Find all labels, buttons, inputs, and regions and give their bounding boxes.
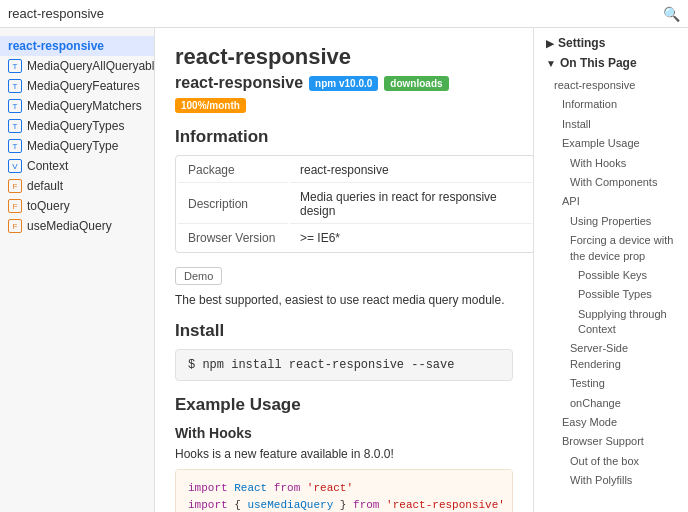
sidebar-item-icon-toQuery: F <box>8 199 22 213</box>
sidebar-item-icon-MediaQueryType: T <box>8 139 22 153</box>
table-row: Browser Version>= IE6* <box>178 226 532 250</box>
with-hooks-heading: With Hooks <box>175 425 513 441</box>
sidebar-item-label-MediaQueryType: MediaQueryType <box>27 139 118 153</box>
toc-item-install[interactable]: Install <box>546 115 676 134</box>
toc-item-example-usage[interactable]: Example Usage <box>546 134 676 153</box>
sidebar-item-icon-MediaQueryAllQueryable: T <box>8 59 22 73</box>
sidebar-item-label-MediaQueryFeatures: MediaQueryFeatures <box>27 79 140 93</box>
sidebar-item-label-toQuery: toQuery <box>27 199 70 213</box>
sidebar-item-react-responsive[interactable]: react-responsive <box>0 36 154 56</box>
code-block: import React from 'react'import { useMed… <box>175 469 513 512</box>
topbar: react-responsive 🔍 <box>0 0 688 28</box>
sidebar-item-default[interactable]: Fdefault <box>0 176 154 196</box>
title-badge-text: react-responsive <box>175 74 303 92</box>
table-cell-key: Browser Version <box>178 226 288 250</box>
sidebar-item-label-MediaQueryAllQueryable: MediaQueryAllQueryable <box>27 59 155 73</box>
toc-item-browser-support[interactable]: Browser Support <box>546 432 676 451</box>
sidebar-item-icon-Context: V <box>8 159 22 173</box>
sidebar-item-label-react-responsive: react-responsive <box>8 39 104 53</box>
sidebar-item-label-Context: Context <box>27 159 68 173</box>
sidebar-item-icon-MediaQueryFeatures: T <box>8 79 22 93</box>
sidebar-item-useMediaQuery[interactable]: FuseMediaQuery <box>0 216 154 236</box>
toc-item-supplying-through-context[interactable]: Supplying through Context <box>546 305 676 340</box>
page-title: react-responsive <box>175 44 513 70</box>
toc-list: react-responsiveInformationInstallExampl… <box>546 76 676 491</box>
badge-100%/month: 100%/month <box>175 98 246 113</box>
toc-item-forcing-a-device-with-the-device-prop[interactable]: Forcing a device with the device prop <box>546 231 676 266</box>
sidebar-item-label-default: default <box>27 179 63 193</box>
info-heading: Information <box>175 127 513 147</box>
toc-item-onchange[interactable]: onChange <box>546 394 676 413</box>
sidebar-item-MediaQueryFeatures[interactable]: TMediaQueryFeatures <box>0 76 154 96</box>
sidebar-item-MediaQueryTypes[interactable]: TMediaQueryTypes <box>0 116 154 136</box>
sidebar-item-MediaQueryAllQueryable[interactable]: TMediaQueryAllQueryable <box>0 56 154 76</box>
toc-item-easy-mode[interactable]: Easy Mode <box>546 413 676 432</box>
toc-item-with-hooks[interactable]: With Hooks <box>546 154 676 173</box>
settings-label: Settings <box>558 36 605 50</box>
sidebar-item-toQuery[interactable]: FtoQuery <box>0 196 154 216</box>
toc-item-api[interactable]: API <box>546 192 676 211</box>
toc-item-testing[interactable]: Testing <box>546 374 676 393</box>
settings-header[interactable]: ▶ Settings <box>546 36 676 50</box>
topbar-title: react-responsive <box>8 6 104 21</box>
on-this-page-header[interactable]: ▼ On This Page <box>546 56 676 70</box>
toc-item-information[interactable]: Information <box>546 95 676 114</box>
table-cell-value: react-responsive <box>290 158 532 183</box>
on-this-page-label: On This Page <box>560 56 637 70</box>
on-this-page-chevron-icon: ▼ <box>546 58 556 69</box>
sidebar-item-icon-MediaQueryMatchers: T <box>8 99 22 113</box>
demo-button[interactable]: Demo <box>175 267 222 285</box>
search-icon[interactable]: 🔍 <box>663 6 680 22</box>
info-table: Packagereact-responsiveDescriptionMedia … <box>175 155 533 253</box>
table-cell-key: Package <box>178 158 288 183</box>
sidebar-item-MediaQueryType[interactable]: TMediaQueryType <box>0 136 154 156</box>
table-cell-value: >= IE6* <box>290 226 532 250</box>
sidebar-item-label-MediaQueryMatchers: MediaQueryMatchers <box>27 99 142 113</box>
toc-item-with-polyfills[interactable]: With Polyfills <box>546 471 676 490</box>
best-supported-text: The best supported, easiest to use react… <box>175 293 513 307</box>
sidebar-item-icon-MediaQueryTypes: T <box>8 119 22 133</box>
hooks-description: Hooks is a new feature available in 8.0.… <box>175 447 513 461</box>
right-panel: ▶ Settings ▼ On This Page react-responsi… <box>533 28 688 512</box>
badge-npm-v10.0.0: npm v10.0.0 <box>309 76 378 91</box>
toc-item-possible-keys[interactable]: Possible Keys <box>546 266 676 285</box>
table-row: Packagereact-responsive <box>178 158 532 183</box>
example-usage-heading: Example Usage <box>175 395 513 415</box>
badge-downloads: downloads <box>384 76 448 91</box>
sidebar-item-icon-useMediaQuery: F <box>8 219 22 233</box>
toc-item-react-responsive[interactable]: react-responsive <box>546 76 676 95</box>
table-cell-key: Description <box>178 185 288 224</box>
sidebar-item-MediaQueryMatchers[interactable]: TMediaQueryMatchers <box>0 96 154 116</box>
main-content: react-responsive react-responsive npm v1… <box>155 28 533 512</box>
settings-chevron-icon: ▶ <box>546 38 554 49</box>
toc-item-server-side-rendering[interactable]: Server-Side Rendering <box>546 339 676 374</box>
toc-item-using-properties[interactable]: Using Properties <box>546 212 676 231</box>
sidebar: react-responsiveTMediaQueryAllQueryableT… <box>0 28 155 512</box>
title-badges-row: react-responsive npm v10.0.0downloads100… <box>175 74 513 113</box>
install-command: $ npm install react-responsive --save <box>175 349 513 381</box>
sidebar-item-label-MediaQueryTypes: MediaQueryTypes <box>27 119 124 133</box>
table-row: DescriptionMedia queries in react for re… <box>178 185 532 224</box>
table-cell-value: Media queries in react for responsive de… <box>290 185 532 224</box>
sidebar-item-icon-default: F <box>8 179 22 193</box>
sidebar-item-Context[interactable]: VContext <box>0 156 154 176</box>
toc-item-with-components[interactable]: With Components <box>546 173 676 192</box>
install-heading: Install <box>175 321 513 341</box>
toc-item-possible-types[interactable]: Possible Types <box>546 285 676 304</box>
toc-item-out-of-the-box[interactable]: Out of the box <box>546 452 676 471</box>
sidebar-item-label-useMediaQuery: useMediaQuery <box>27 219 112 233</box>
